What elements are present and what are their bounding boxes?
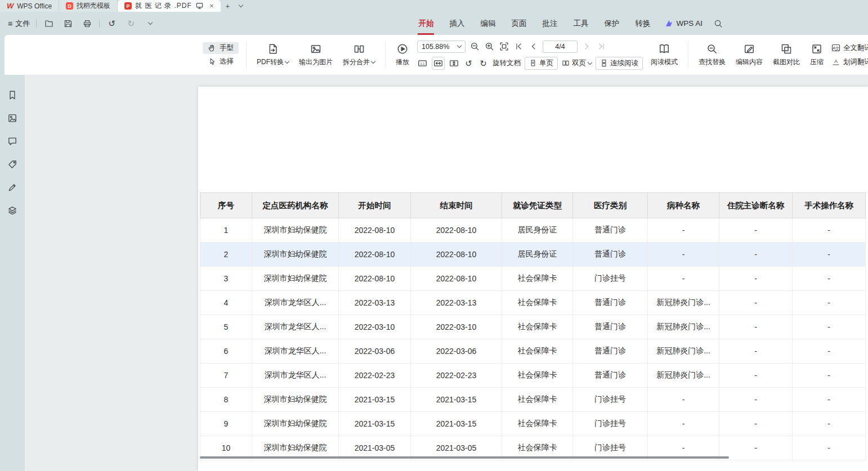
zoom-out-button[interactable]	[469, 41, 480, 52]
zoom-combo[interactable]: 105.88%	[417, 41, 466, 53]
table-header-cell: 定点医药机构名称	[252, 193, 339, 218]
table-cell: 社会保障卡	[502, 315, 573, 339]
tag-panel-button[interactable]	[7, 159, 17, 169]
table-cell: 普通门诊	[573, 339, 648, 364]
double-page-button[interactable]: 双页	[562, 59, 592, 68]
table-cell: -	[719, 267, 793, 291]
first-page-button[interactable]	[513, 41, 524, 52]
comment-panel-button[interactable]	[7, 136, 17, 146]
table-cell: 居民身份证	[502, 218, 573, 243]
play-button[interactable]: 播放	[391, 42, 414, 68]
tab-edit[interactable]: 编辑	[472, 12, 503, 35]
table-cell: 2022-02-23	[411, 364, 502, 388]
table-cell: 2022-08-10	[411, 218, 502, 243]
table-cell: 普通门诊	[573, 364, 648, 388]
fit-width-button[interactable]	[432, 57, 445, 70]
table-row: 9深圳市妇幼保健院2021-03-152021-03-15社会保障卡门诊挂号--…	[200, 412, 866, 436]
horizontal-scrollbar-thumb[interactable]	[200, 456, 729, 459]
full-translate-button[interactable]: A 文 全文翻译	[831, 43, 868, 53]
single-page-icon	[529, 59, 537, 67]
rotate-right-button[interactable]: ↻	[478, 58, 489, 69]
word-translate-button[interactable]: A 划词翻译	[831, 57, 868, 67]
tab-convert[interactable]: 转换	[627, 12, 658, 35]
single-page-toggle[interactable]: 单页	[525, 57, 558, 70]
svg-text:A: A	[834, 59, 838, 64]
tab-comment[interactable]: 批注	[534, 12, 565, 35]
table-row: 5深圳市龙华区人...2022-03-102022-03-10社会保障卡普通门诊…	[200, 315, 866, 339]
thumbnail-panel-button[interactable]	[7, 113, 17, 123]
table-header-cell: 就诊凭证类型	[502, 193, 573, 218]
bookmark-panel-button[interactable]	[7, 90, 17, 100]
print-button[interactable]	[80, 16, 94, 30]
pdf-convert-button[interactable]: PDF转换	[252, 42, 294, 68]
compress-button[interactable]: 压缩	[805, 42, 829, 68]
table-cell: 门诊挂号	[573, 267, 648, 291]
edit-content-button[interactable]: 编辑内容	[731, 42, 768, 68]
tab-list-chevron[interactable]	[234, 0, 248, 12]
undo-button[interactable]: ↺	[105, 16, 119, 30]
split-merge-icon	[354, 43, 365, 55]
tab-insert[interactable]: 插入	[441, 12, 472, 35]
next-page-button[interactable]	[581, 41, 592, 52]
table-cell: 2022-03-13	[411, 291, 502, 315]
tab-protect[interactable]: 保护	[596, 12, 627, 35]
document-viewport[interactable]: 序号定点医药机构名称开始时间结束时间就诊凭证类型医疗类别病种名称住院主诊断名称手…	[25, 75, 868, 471]
hand-tool-button[interactable]: 手型	[203, 42, 239, 54]
file-menu-button[interactable]: ≡ 文件	[7, 19, 31, 29]
close-tab-icon[interactable]: ✕	[209, 3, 214, 9]
fit-page-button[interactable]	[449, 58, 459, 69]
hand-icon	[208, 44, 216, 52]
tab-wps-ai[interactable]: WPS AI	[658, 12, 709, 35]
tab-wps-office[interactable]: W WPS Office	[0, 0, 59, 12]
table-row: 2深圳市妇幼保健院2022-08-102022-08-10居民身份证普通门诊--…	[200, 243, 866, 267]
last-page-button[interactable]	[596, 41, 607, 52]
tab-page[interactable]: 页面	[503, 12, 534, 35]
prev-page-icon	[529, 42, 538, 51]
find-replace-button[interactable]: 查找替换	[693, 42, 731, 68]
play-label: 播放	[396, 57, 409, 67]
signature-panel-button[interactable]	[7, 182, 17, 192]
table-cell: 8	[200, 388, 252, 412]
table-cell: 2022-03-06	[339, 339, 411, 364]
tab-home[interactable]: 开始	[410, 12, 441, 35]
redo-button[interactable]: ↻	[124, 16, 138, 30]
table-cell: 2022-08-10	[339, 243, 411, 267]
save-button[interactable]	[61, 16, 75, 30]
ribbon-toolbar: 手型 选择 PDF转换 输出为图片 拆分合并 播放	[5, 35, 868, 75]
chevron-down-icon	[147, 20, 152, 25]
snapshot-button[interactable]	[499, 41, 509, 52]
pdf-page[interactable]: 序号定点医药机构名称开始时间结束时间就诊凭证类型医疗类别病种名称住院主诊断名称手…	[198, 87, 868, 471]
split-merge-button[interactable]: 拆分合并	[338, 42, 380, 68]
table-cell: -	[719, 315, 793, 339]
table-cell: -	[793, 412, 866, 436]
page-indicator-box[interactable]: 4/4	[543, 41, 578, 53]
select-tool-button[interactable]: 选择	[203, 56, 239, 68]
table-header-cell: 手术操作名称	[793, 193, 866, 218]
history-chevron[interactable]	[143, 16, 157, 30]
rotate-left-button[interactable]: ↺	[463, 58, 474, 69]
rotate-doc-button[interactable]: 旋转文档	[493, 59, 521, 68]
layers-panel-button[interactable]	[7, 205, 17, 216]
table-cell: -	[793, 291, 866, 315]
divider	[99, 19, 100, 28]
prev-page-button[interactable]	[528, 41, 539, 52]
actual-size-button[interactable]: 1:1	[417, 58, 428, 69]
continuous-read-toggle[interactable]: 连续阅读	[596, 57, 643, 70]
tab-tools[interactable]: 工具	[565, 12, 596, 35]
ribbon-tabs: 开始 插入 编辑 页面 批注 工具 保护 转换 WPS AI	[410, 12, 727, 35]
read-mode-button[interactable]: 阅读模式	[646, 42, 683, 68]
table-cell: 6	[200, 339, 252, 364]
export-image-button[interactable]: 输出为图片	[294, 42, 338, 68]
open-file-button[interactable]	[42, 16, 56, 30]
zoom-in-button[interactable]	[484, 41, 495, 52]
new-tab-button[interactable]: ＋	[221, 0, 234, 12]
chevron-down-icon	[371, 59, 375, 63]
tab-label: WPS Office	[17, 2, 52, 10]
menu-search-button[interactable]	[709, 12, 727, 35]
table-cell: 社会保障卡	[502, 267, 573, 291]
tab-document-active[interactable]: P 就 医 记 录 .PDF ✕	[118, 0, 221, 12]
screenshot-compare-button[interactable]: 截图对比	[768, 42, 805, 68]
bookmark-icon	[7, 90, 17, 100]
table-cell: -	[719, 218, 793, 243]
tab-docer[interactable]: D 找稻壳模板	[59, 0, 118, 12]
